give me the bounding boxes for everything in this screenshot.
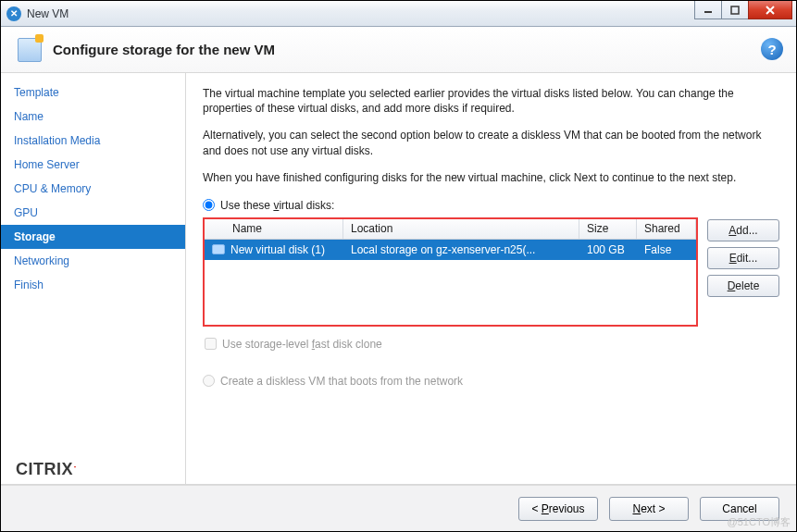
col-shared[interactable]: Shared (637, 219, 696, 239)
watermark: @51CTO博客 (728, 515, 791, 529)
radio-diskless-input (203, 375, 215, 387)
brand-logo: CITRIX˙ (16, 460, 78, 479)
maximize-button[interactable] (721, 1, 749, 19)
fast-clone-label: Use storage-level fast disk clone (222, 338, 382, 351)
disk-table[interactable]: Name Location Size Shared New virtual di… (203, 217, 698, 327)
window-title: New VM (27, 7, 68, 20)
wizard-header: Configure storage for the new VM ? (1, 27, 796, 73)
next-button[interactable]: Next > (609, 497, 689, 521)
add-button[interactable]: Add... (707, 219, 779, 241)
sidebar-item-storage[interactable]: Storage (1, 225, 185, 249)
main-panel: The virtual machine template you selecte… (186, 73, 796, 485)
sidebar-item-gpu[interactable]: GPU (1, 201, 185, 225)
page-title: Configure storage for the new VM (53, 42, 275, 57)
col-size[interactable]: Size (579, 219, 637, 239)
sidebar-item-cpu-memory[interactable]: CPU & Memory (1, 177, 185, 201)
svg-rect-0 (731, 6, 739, 14)
sidebar-item-name[interactable]: Name (1, 105, 185, 129)
sidebar-item-networking[interactable]: Networking (1, 249, 185, 273)
table-row[interactable]: New virtual disk (1) Local storage on gz… (205, 240, 696, 260)
radio-diskless-label: Create a diskless VM that boots from the… (220, 375, 463, 388)
intro-text-3: When you have finished configuring disks… (203, 170, 779, 185)
col-name[interactable]: Name (205, 219, 343, 239)
previous-button[interactable]: < Previous (518, 497, 598, 521)
cell-shared: False (637, 243, 696, 256)
radio-diskless: Create a diskless VM that boots from the… (203, 375, 779, 388)
help-icon[interactable]: ? (761, 38, 783, 60)
titlebar: ✕ New VM (1, 1, 796, 27)
close-button[interactable] (748, 1, 792, 19)
delete-button[interactable]: Delete (707, 275, 779, 297)
fast-clone-checkbox: Use storage-level fast disk clone (205, 338, 779, 351)
sidebar-item-home-server[interactable]: Home Server (1, 153, 185, 177)
minimize-button[interactable] (694, 1, 722, 19)
sidebar-item-template[interactable]: Template (1, 80, 185, 105)
vm-icon (18, 38, 42, 62)
intro-text-1: The virtual machine template you selecte… (203, 86, 779, 116)
wizard-footer: < Previous Next > Cancel (1, 485, 796, 531)
sidebar-item-installation-media[interactable]: Installation Media (1, 129, 185, 153)
cell-size: 100 GB (579, 243, 637, 256)
cell-location: Local storage on gz-xenserver-n25(... (343, 243, 579, 256)
disk-icon (212, 244, 225, 254)
col-location[interactable]: Location (343, 219, 579, 239)
disk-table-header: Name Location Size Shared (205, 219, 696, 240)
wizard-steps: Template Name Installation Media Home Se… (1, 73, 186, 485)
intro-text-2: Alternatively, you can select the second… (203, 128, 779, 157)
app-icon: ✕ (6, 6, 21, 21)
radio-use-disks[interactable]: Use these virtual disks: (203, 199, 779, 212)
fast-clone-input (205, 338, 217, 350)
radio-use-disks-label: Use these virtual disks: (220, 199, 334, 212)
edit-button[interactable]: Edit... (707, 247, 779, 269)
cell-name: New virtual disk (1) (230, 243, 325, 256)
radio-use-disks-input[interactable] (203, 199, 215, 211)
sidebar-item-finish[interactable]: Finish (1, 273, 185, 297)
